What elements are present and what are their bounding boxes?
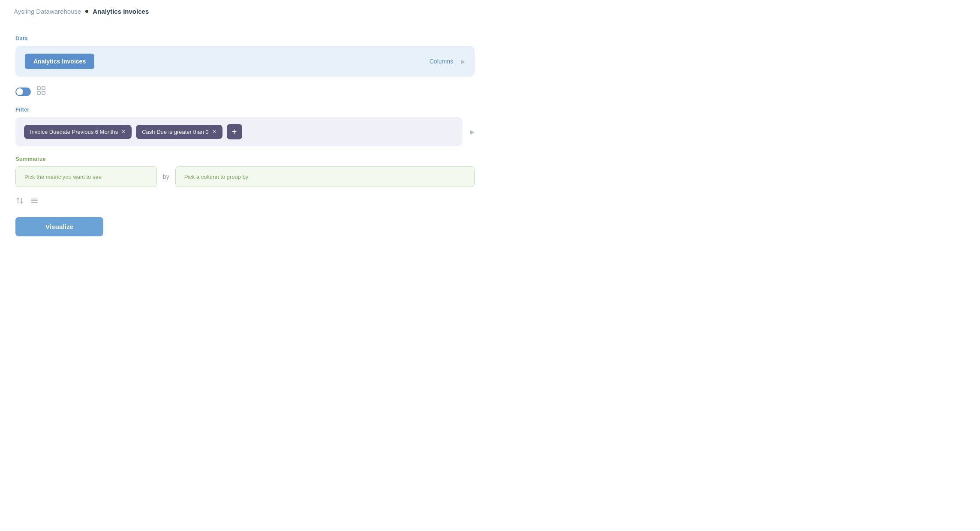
sort-row [15, 196, 475, 207]
svg-rect-0 [37, 87, 40, 90]
header-brand: Aysling Datawarehouse [14, 8, 81, 15]
filter-chip-1-remove-icon[interactable]: ✕ [121, 129, 126, 135]
toggle-thumb [16, 88, 23, 95]
toggle-switch[interactable] [15, 87, 31, 96]
summarize-row: Pick the metric you want to see by Pick … [15, 166, 475, 187]
filter-section-label: Filter [15, 106, 475, 113]
filter-chip-2-label: Cash Due is greater than 0 [142, 129, 208, 135]
sort-icon[interactable] [15, 196, 24, 207]
filter-chip-2[interactable]: Cash Due is greater than 0 ✕ [136, 125, 222, 139]
filter-chip-1-label: Invoice Duedate Previous 6 Months [30, 129, 118, 135]
header-title: Analytics Invoices [93, 8, 149, 15]
filter-chip-2-remove-icon[interactable]: ✕ [212, 129, 216, 135]
main-content: Data Analytics Invoices Columns ▶ Filter [0, 23, 490, 252]
svg-rect-3 [42, 91, 45, 94]
summarize-group-box[interactable]: Pick a column to group by [175, 166, 475, 187]
data-section-label: Data [15, 35, 475, 42]
grid-view-icon[interactable] [37, 86, 45, 97]
visualize-button[interactable]: Visualize [15, 217, 103, 236]
filter-card: Invoice Duedate Previous 6 Months ✕ Cash… [15, 117, 463, 146]
summarize-metric-button[interactable]: Pick the metric you want to see [24, 174, 102, 180]
list-icon[interactable] [30, 196, 39, 207]
filter-chip-1[interactable]: Invoice Duedate Previous 6 Months ✕ [24, 125, 132, 139]
columns-link[interactable]: Columns [430, 58, 453, 65]
summarize-by-label: by [163, 173, 169, 180]
view-toggle-row [15, 86, 475, 97]
svg-rect-1 [42, 87, 45, 90]
summarize-section-label: Summarize [15, 156, 475, 162]
svg-rect-2 [37, 91, 40, 94]
data-arrow-right-icon: ▶ [461, 58, 465, 65]
summarize-section: Summarize Pick the metric you want to se… [15, 156, 475, 187]
data-card: Analytics Invoices Columns ▶ [15, 46, 475, 77]
filter-add-button[interactable]: + [227, 124, 242, 139]
header-dot [85, 10, 88, 13]
summarize-group-button[interactable]: Pick a column to group by [184, 174, 249, 180]
header: Aysling Datawarehouse Analytics Invoices [0, 0, 490, 23]
filter-arrow-right-icon: ▶ [470, 129, 475, 135]
data-section: Data Analytics Invoices Columns ▶ [15, 35, 475, 77]
analytics-invoices-button[interactable]: Analytics Invoices [25, 54, 94, 69]
summarize-metric-box[interactable]: Pick the metric you want to see [15, 166, 157, 187]
filter-section: Filter Invoice Duedate Previous 6 Months… [15, 106, 475, 146]
